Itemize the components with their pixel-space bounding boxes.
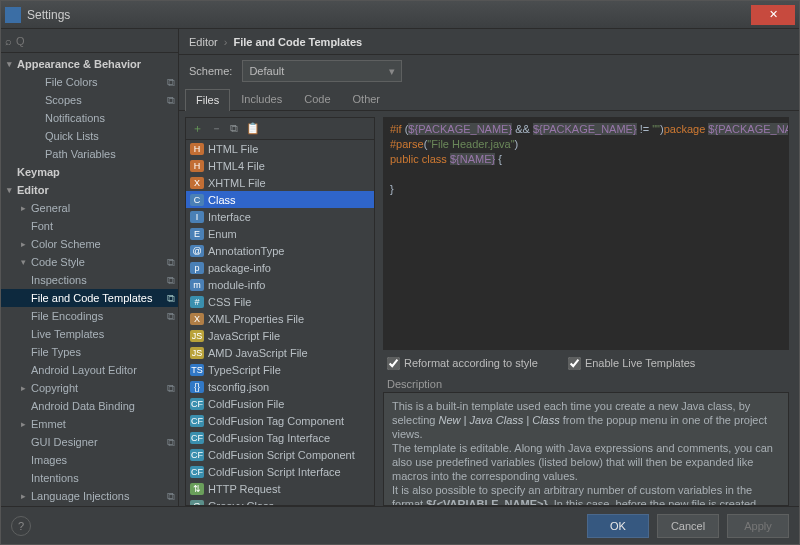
template-row[interactable]: mmodule-info bbox=[186, 276, 374, 293]
remove-icon[interactable]: － bbox=[211, 121, 222, 136]
sidebar-item[interactable]: Font bbox=[1, 217, 178, 235]
template-row[interactable]: IInterface bbox=[186, 208, 374, 225]
tab-code[interactable]: Code bbox=[293, 88, 341, 110]
sidebar-item[interactable]: Images bbox=[1, 451, 178, 469]
list-toolbar: ＋ － ⧉ 📋 bbox=[186, 118, 374, 140]
tab-files[interactable]: Files bbox=[185, 89, 230, 111]
scheme-select[interactable]: Default ▾ bbox=[242, 60, 402, 82]
chevron-down-icon: ▾ bbox=[389, 65, 395, 78]
sidebar-item[interactable]: ▸Copyright⧉ bbox=[1, 379, 178, 397]
search-box[interactable]: ⌕ bbox=[1, 29, 178, 53]
window-title: Settings bbox=[27, 8, 751, 22]
sidebar-item[interactable]: ▾Code Style⧉ bbox=[1, 253, 178, 271]
template-row[interactable]: #CSS File bbox=[186, 293, 374, 310]
template-row[interactable]: ⇅HTTP Request bbox=[186, 480, 374, 497]
settings-tree[interactable]: ▾Appearance & BehaviorFile Colors⧉Scopes… bbox=[1, 53, 178, 506]
scheme-label: Scheme: bbox=[189, 65, 232, 77]
cancel-button[interactable]: Cancel bbox=[657, 514, 719, 538]
sidebar-item[interactable]: GUI Designer⧉ bbox=[1, 433, 178, 451]
live-templates-check[interactable]: Enable Live Templates bbox=[568, 357, 695, 370]
ok-button[interactable]: OK bbox=[587, 514, 649, 538]
sidebar-item[interactable]: ▸Color Scheme bbox=[1, 235, 178, 253]
template-row[interactable]: JSAMD JavaScript File bbox=[186, 344, 374, 361]
template-row[interactable]: CClass bbox=[186, 191, 374, 208]
sidebar-item[interactable]: ▸Emmet bbox=[1, 415, 178, 433]
sidebar-item[interactable]: Android Data Binding bbox=[1, 397, 178, 415]
description-label: Description bbox=[383, 376, 789, 392]
sidebar-item[interactable]: File Colors⧉ bbox=[1, 73, 178, 91]
template-row[interactable]: JSJavaScript File bbox=[186, 327, 374, 344]
template-row[interactable]: HHTML4 File bbox=[186, 157, 374, 174]
template-row[interactable]: {}tsconfig.json bbox=[186, 378, 374, 395]
chevron-right-icon: › bbox=[224, 36, 228, 48]
sidebar-item[interactable]: Intentions bbox=[1, 469, 178, 487]
sidebar-item[interactable]: Path Variables bbox=[1, 145, 178, 163]
template-list[interactable]: HHTML FileHHTML4 FileXXHTML FileCClassII… bbox=[186, 140, 374, 505]
tab-includes[interactable]: Includes bbox=[230, 88, 293, 110]
sidebar-item[interactable]: ▾Appearance & Behavior bbox=[1, 55, 178, 73]
sidebar-item[interactable]: Android Layout Editor bbox=[1, 361, 178, 379]
breadcrumb-root[interactable]: Editor bbox=[189, 36, 218, 48]
sidebar-item[interactable]: Keymap bbox=[1, 163, 178, 181]
template-editor[interactable]: #if (${PACKAGE_NAME} && ${PACKAGE_NAME} … bbox=[383, 117, 789, 350]
help-icon[interactable]: ? bbox=[11, 516, 31, 536]
template-row[interactable]: CFColdFusion Script Component bbox=[186, 446, 374, 463]
template-row[interactable]: HHTML File bbox=[186, 140, 374, 157]
template-row[interactable]: CFColdFusion Tag Component bbox=[186, 412, 374, 429]
template-row[interactable]: CFColdFusion File bbox=[186, 395, 374, 412]
template-row[interactable]: @AnnotationType bbox=[186, 242, 374, 259]
app-icon bbox=[5, 7, 21, 23]
sidebar-item[interactable]: Scopes⧉ bbox=[1, 91, 178, 109]
sidebar: ⌕ ▾Appearance & BehaviorFile Colors⧉Scop… bbox=[1, 29, 179, 506]
sidebar-item[interactable]: File and Code Templates⧉ bbox=[1, 289, 178, 307]
template-row[interactable]: XXHTML File bbox=[186, 174, 374, 191]
close-button[interactable]: ✕ bbox=[751, 5, 795, 25]
add-icon[interactable]: ＋ bbox=[192, 121, 203, 136]
search-input[interactable] bbox=[16, 35, 174, 47]
reformat-check[interactable]: Reformat according to style bbox=[387, 357, 538, 370]
template-detail-pane: #if (${PACKAGE_NAME} && ${PACKAGE_NAME} … bbox=[383, 117, 789, 506]
template-row[interactable]: ppackage-info bbox=[186, 259, 374, 276]
copy-icon[interactable]: ⧉ bbox=[230, 122, 238, 135]
sidebar-item[interactable]: Notifications bbox=[1, 109, 178, 127]
titlebar: Settings ✕ bbox=[1, 1, 799, 29]
main-pane: Editor › File and Code Templates Scheme:… bbox=[179, 29, 799, 506]
clipboard-icon[interactable]: 📋 bbox=[246, 122, 260, 135]
search-icon: ⌕ bbox=[5, 35, 12, 47]
sidebar-item[interactable]: File Encodings⧉ bbox=[1, 307, 178, 325]
apply-button[interactable]: Apply bbox=[727, 514, 789, 538]
sidebar-item[interactable]: Inspections⧉ bbox=[1, 271, 178, 289]
template-row[interactable]: TSTypeScript File bbox=[186, 361, 374, 378]
sidebar-item[interactable]: ▸Language Injections⧉ bbox=[1, 487, 178, 505]
template-tabs: FilesIncludesCodeOther bbox=[179, 87, 799, 111]
template-row[interactable]: CFColdFusion Script Interface bbox=[186, 463, 374, 480]
template-row[interactable]: EEnum bbox=[186, 225, 374, 242]
dialog-footer: ? OK Cancel Apply bbox=[1, 506, 799, 544]
sidebar-item[interactable]: ▸General bbox=[1, 199, 178, 217]
tab-other[interactable]: Other bbox=[342, 88, 392, 110]
sidebar-item[interactable]: Live Templates bbox=[1, 325, 178, 343]
scheme-value: Default bbox=[249, 65, 284, 77]
breadcrumb-current: File and Code Templates bbox=[233, 36, 362, 48]
description-box: This is a built-in template used each ti… bbox=[383, 392, 789, 506]
template-list-pane: ＋ － ⧉ 📋 HHTML FileHHTML4 FileXXHTML File… bbox=[185, 117, 375, 506]
template-row[interactable]: CFColdFusion Tag Interface bbox=[186, 429, 374, 446]
template-row[interactable]: GGroovy Class bbox=[186, 497, 374, 505]
template-row[interactable]: XXML Properties File bbox=[186, 310, 374, 327]
settings-window: Settings ✕ ⌕ ▾Appearance & BehaviorFile … bbox=[0, 0, 800, 545]
sidebar-item[interactable]: ▾Editor bbox=[1, 181, 178, 199]
sidebar-item[interactable]: File Types bbox=[1, 343, 178, 361]
breadcrumb: Editor › File and Code Templates bbox=[179, 29, 799, 55]
sidebar-item[interactable]: Quick Lists bbox=[1, 127, 178, 145]
